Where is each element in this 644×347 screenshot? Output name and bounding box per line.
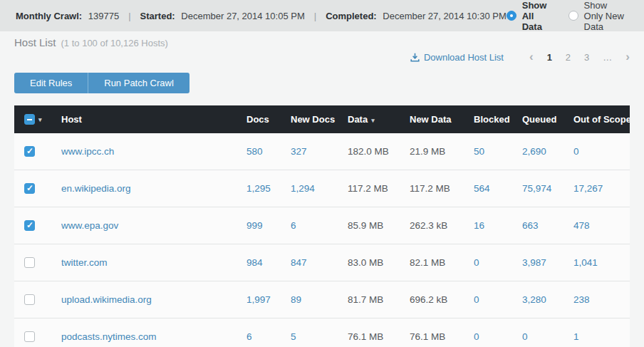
docs-link[interactable]: 984 [246,257,263,268]
next-page-icon[interactable]: › [625,52,630,62]
blocked-link[interactable]: 0 [474,294,479,305]
download-icon [410,53,420,62]
new-data-size-value: 696.2 kB [410,294,474,305]
column-header-host[interactable]: Host [61,114,246,125]
host-link[interactable]: en.wikipedia.org [61,183,131,194]
blocked-link[interactable]: 50 [474,146,484,157]
queued-link[interactable]: 2,690 [522,146,546,157]
started-info: Started: December 27, 2014 10:05 PM [140,11,305,21]
run-patch-crawl-button[interactable]: Run Patch Crawl [88,73,189,93]
page-3[interactable]: 3 [584,52,589,63]
download-label: Download Host List [424,52,504,63]
blocked-link[interactable]: 564 [474,183,490,194]
queued-link[interactable]: 663 [522,220,539,231]
out-of-scope-link[interactable]: 1,041 [573,257,598,268]
blocked-link[interactable]: 0 [474,331,479,342]
docs-link[interactable]: 6 [246,331,252,342]
host-link[interactable]: upload.wikimedia.org [61,294,152,305]
sort-desc-icon: ▾ [371,117,375,124]
queued-link[interactable]: 75,974 [522,183,551,194]
radio-icon[interactable] [507,11,516,21]
edit-rules-button[interactable]: Edit Rules [14,73,88,93]
data-filter-radios: Show All Data Show Only New Data [507,0,628,32]
column-header-new-docs[interactable]: New Docs [291,114,348,125]
blocked-link[interactable]: 0 [474,257,479,268]
row-select-cell [14,294,61,305]
page-2[interactable]: 2 [566,52,571,63]
page-1[interactable]: 1 [547,52,552,63]
host-link[interactable]: www.ipcc.ch [61,146,114,157]
host-link[interactable]: podcasts.nytimes.com [61,331,157,342]
blocked-link[interactable]: 16 [474,220,484,231]
table-row: upload.wikimedia.org 1,997 89 81.7 MB 69… [14,281,630,318]
radio-icon[interactable] [568,11,578,21]
download-host-list-link[interactable]: Download Host List [410,52,504,63]
new-docs-link[interactable]: 89 [291,294,301,305]
select-menu-caret-icon[interactable]: ▾ [38,116,42,123]
started-value: December 27, 2014 10:05 PM [181,11,304,21]
new-docs-link[interactable]: 1,294 [291,183,315,194]
header-select-cell: ▾ [14,114,61,125]
row-select-cell [14,331,61,342]
row-checkbox[interactable] [24,183,35,194]
out-of-scope-link[interactable]: 238 [573,294,590,305]
completed-info: Completed: December 27, 2014 10:30 PM [326,11,507,21]
new-docs-link[interactable]: 847 [291,257,307,268]
data-size-value: 81.7 MB [348,294,410,305]
row-checkbox[interactable] [24,331,35,342]
new-data-size-value: 21.9 MB [410,146,474,157]
host-link[interactable]: www.epa.gov [61,220,118,231]
table-row: twitter.com 984 847 83.0 MB 82.1 MB 0 3,… [14,244,630,281]
out-of-scope-link[interactable]: 1 [573,331,579,342]
table-body: www.ipcc.ch 580 327 182.0 MB 21.9 MB 50 … [14,133,630,347]
docs-link[interactable]: 1,295 [246,183,271,194]
monthly-crawl-value: 139775 [88,11,119,21]
started-label: Started: [140,11,175,21]
data-size-value: 76.1 MB [348,331,410,342]
divider: | [314,11,316,21]
topbar: Monthly Crawl: 139775 | Started: Decembe… [0,0,644,31]
column-header-blocked[interactable]: Blocked [474,114,522,125]
row-checkbox[interactable] [24,294,35,305]
column-header-data[interactable]: Data▾ [348,114,410,125]
column-header-new-data[interactable]: New Data [410,114,474,125]
row-checkbox[interactable] [24,146,35,157]
page-ellipsis[interactable]: … [603,52,612,63]
row-select-cell [14,146,61,157]
table-header: ▾ Host Docs New Docs Data▾ New Data Bloc… [14,105,630,133]
queued-link[interactable]: 0 [522,331,528,342]
new-docs-link[interactable]: 6 [291,220,296,231]
host-list-count: (1 to 100 of 10,126 Hosts) [61,38,168,48]
docs-link[interactable]: 1,997 [246,294,271,305]
column-header-out-of-scope[interactable]: Out of Scope [573,114,630,125]
host-link[interactable]: twitter.com [61,257,108,268]
prev-page-icon[interactable]: ‹ [529,52,534,62]
docs-link[interactable]: 580 [246,146,263,157]
radio-show-only-new-data[interactable]: Show Only New Data [568,0,628,32]
docs-link[interactable]: 999 [246,220,263,231]
radio-label: Show All Data [522,0,551,32]
table-row: podcasts.nytimes.com 6 5 76.1 MB 76.1 MB… [14,318,630,347]
table-row: www.epa.gov 999 6 85.9 MB 262.3 kB 16 66… [14,207,630,244]
main-content: Host List (1 to 100 of 10,126 Hosts) Dow… [0,36,644,347]
pagination: ‹ 1 2 3 … › [529,52,630,63]
out-of-scope-link[interactable]: 478 [573,220,590,231]
row-checkbox[interactable] [24,220,35,231]
row-checkbox[interactable] [24,257,35,268]
radio-show-all-data[interactable]: Show All Data [507,0,551,32]
column-header-docs[interactable]: Docs [246,114,291,125]
out-of-scope-link[interactable]: 17,267 [573,183,603,194]
new-docs-link[interactable]: 5 [291,331,296,342]
queued-link[interactable]: 3,280 [522,294,546,305]
column-header-queued[interactable]: Queued [522,114,573,125]
row-select-cell [14,220,61,231]
out-of-scope-link[interactable]: 0 [573,146,579,157]
new-docs-link[interactable]: 327 [291,146,307,157]
divider: | [128,11,130,21]
data-size-value: 85.9 MB [348,220,410,231]
monthly-crawl-info: Monthly Crawl: 139775 [16,11,119,21]
new-data-size-value: 82.1 MB [410,257,474,268]
bulk-actions: Edit Rules Run Patch Crawl [14,73,189,93]
queued-link[interactable]: 3,987 [522,257,546,268]
select-all-checkbox[interactable] [24,114,35,125]
